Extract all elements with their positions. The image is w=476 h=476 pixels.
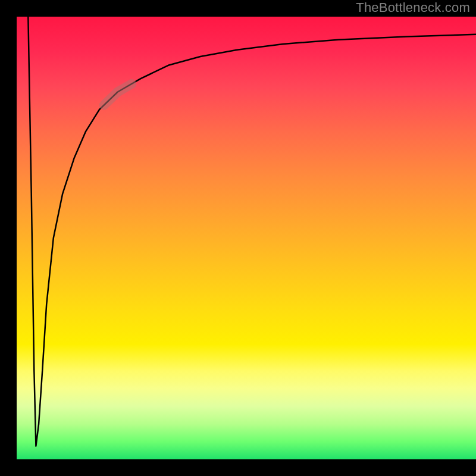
bottleneck-curve: [28, 17, 476, 446]
chart-stage: TheBottleneck.com: [0, 0, 476, 476]
highlight-marker: [104, 84, 131, 105]
plot-area: [17, 17, 476, 459]
curve-svg: [17, 17, 476, 459]
watermark-text: TheBottleneck.com: [356, 0, 470, 15]
